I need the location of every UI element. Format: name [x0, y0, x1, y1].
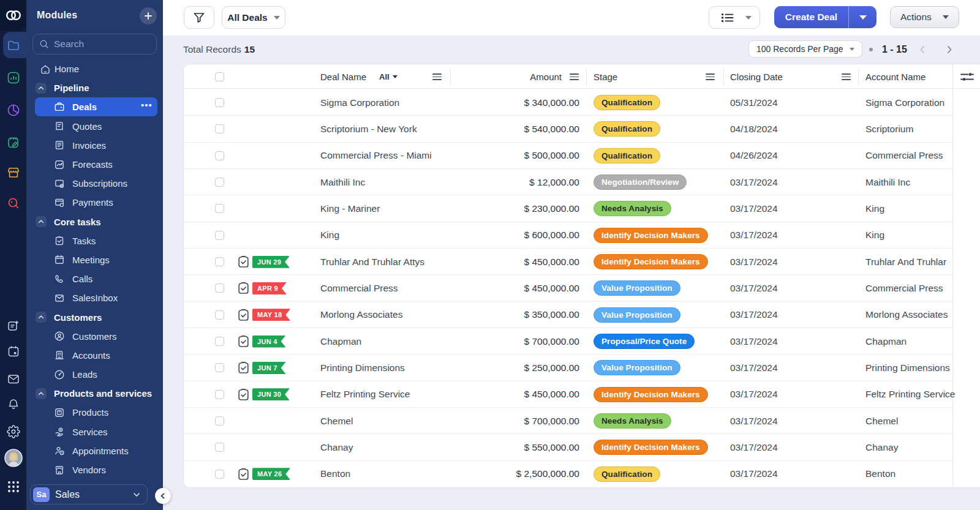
sidebar-collapse-button[interactable]	[155, 488, 171, 504]
next-page-button[interactable]	[944, 45, 954, 54]
account-name-cell[interactable]: Commercial Press	[865, 143, 943, 169]
row-checkbox[interactable]	[215, 204, 224, 213]
rail-item-settings[interactable]	[0, 425, 26, 438]
sidebar-item-pipeline[interactable]: Pipeline	[26, 78, 163, 97]
row-checkbox[interactable]	[215, 443, 224, 452]
deal-name-cell[interactable]: Feltz Printing Service	[320, 381, 410, 408]
rail-item-marketplace[interactable]	[0, 165, 26, 180]
rail-item-calendar[interactable]	[0, 345, 26, 358]
sidebar-item-home[interactable]: Home	[26, 59, 163, 78]
table-row[interactable]: Chanay$ 550,000.00Identify Decision Make…	[184, 434, 980, 460]
column-menu-stage[interactable]	[706, 73, 715, 80]
sidebar-item-deals[interactable]: Deals•••	[26, 97, 163, 116]
account-name-cell[interactable]: Scriptorium	[865, 116, 913, 142]
sidebar-item-calls[interactable]: Calls	[26, 269, 163, 288]
row-checkbox[interactable]	[215, 283, 224, 293]
account-name-cell[interactable]: Chanay	[865, 434, 898, 460]
row-checkbox[interactable]	[215, 231, 224, 240]
table-row[interactable]: MAY 18Morlong Associates$ 350,000.00Valu…	[184, 302, 980, 328]
deal-name-cell[interactable]: Commercial Press	[320, 275, 398, 301]
filter-button[interactable]	[184, 6, 214, 29]
create-deal-dropdown[interactable]	[849, 6, 876, 28]
row-checkbox[interactable]	[215, 257, 224, 266]
deal-name-cell[interactable]: King - Mariner	[320, 195, 380, 222]
column-menu-closing-date[interactable]	[842, 73, 851, 80]
column-header-amount[interactable]: Amount	[429, 64, 562, 89]
deal-name-filter-dropdown[interactable]: All	[379, 64, 398, 89]
table-row[interactable]: Scriptorium - New York$ 540,000.00Qualif…	[184, 116, 980, 142]
section-collapse-toggle[interactable]	[36, 388, 47, 399]
table-row[interactable]: MAY 26Benton$ 2,500,000.00Qualification0…	[184, 461, 980, 487]
sidebar-item-tasks[interactable]: Tasks	[26, 231, 163, 250]
column-header-account-name[interactable]: Account Name	[865, 64, 925, 89]
sidebar-item-quotes[interactable]: Quotes	[26, 117, 163, 136]
sidebar-search-input[interactable]: Search	[32, 34, 157, 54]
table-row[interactable]: APR 9Commercial Press$ 450,000.00Value P…	[184, 275, 980, 301]
row-checkbox[interactable]	[215, 337, 224, 346]
table-row[interactable]: Commercial Press - Miami$ 500,000.00Qual…	[184, 143, 980, 169]
rail-item-reports[interactable]	[0, 103, 26, 118]
table-row[interactable]: JUN 4Chapman$ 700,000.00Proposal/Price Q…	[184, 328, 980, 354]
sidebar-item-products-and-services[interactable]: Products and services	[26, 384, 163, 403]
actions-button[interactable]: Actions	[890, 6, 959, 28]
account-name-cell[interactable]: Sigma Corporation	[865, 89, 944, 116]
rail-item-modules[interactable]	[0, 39, 26, 52]
row-checkbox[interactable]	[215, 390, 224, 399]
rail-item-notifications[interactable]	[0, 397, 26, 411]
account-name-cell[interactable]: Commercial Press	[865, 275, 943, 301]
deal-name-cell[interactable]: King	[320, 222, 339, 249]
table-row[interactable]: King$ 600,000.00Identify Decision Makers…	[184, 222, 980, 249]
account-name-cell[interactable]: Morlong Associates	[865, 302, 948, 328]
account-name-cell[interactable]: Truhlar And Truhlar	[865, 249, 946, 275]
task-clipboard-icon[interactable]	[238, 328, 249, 354]
account-name-cell[interactable]: King	[865, 195, 884, 222]
row-checkbox[interactable]	[215, 98, 224, 107]
add-module-button[interactable]	[140, 7, 157, 24]
select-all-checkbox[interactable]	[215, 72, 224, 81]
row-checkbox[interactable]	[215, 151, 224, 160]
records-per-page-dropdown[interactable]: 100 Records Per Page	[748, 40, 862, 58]
task-clipboard-icon[interactable]	[238, 461, 249, 487]
section-collapse-toggle[interactable]	[36, 216, 47, 227]
sidebar-item-invoices[interactable]: Invoices	[26, 136, 163, 155]
sidebar-item-products[interactable]: Products	[26, 403, 163, 422]
deal-name-cell[interactable]: Maithili Inc	[320, 169, 365, 195]
deal-name-cell[interactable]: Benton	[320, 461, 350, 487]
sidebar-item-leads[interactable]: Leads	[26, 365, 163, 384]
sidebar-item-customers[interactable]: Customers	[26, 327, 163, 346]
account-name-cell[interactable]: Chapman	[865, 328, 907, 354]
section-collapse-toggle[interactable]	[36, 312, 47, 323]
create-deal-button[interactable]: Create Deal	[774, 6, 849, 28]
deal-name-cell[interactable]: Sigma Corporation	[320, 89, 399, 116]
task-clipboard-icon[interactable]	[238, 275, 249, 301]
account-name-cell[interactable]: Maithili Inc	[865, 169, 910, 195]
sidebar-item-vendors[interactable]: Vendors	[26, 460, 163, 479]
task-clipboard-icon[interactable]	[238, 249, 249, 275]
account-name-cell[interactable]: Benton	[865, 461, 895, 487]
task-clipboard-icon[interactable]	[238, 381, 249, 408]
deal-name-cell[interactable]: Truhlar And Truhlar Attys	[320, 249, 424, 275]
table-row[interactable]: Sigma Corporation$ 340,000.00Qualificati…	[184, 89, 980, 116]
account-name-cell[interactable]: King	[865, 222, 884, 249]
column-header-closing-date[interactable]: Closing Date	[730, 64, 783, 89]
column-header-stage[interactable]: Stage	[594, 64, 617, 89]
list-view-toggle[interactable]	[709, 6, 760, 29]
row-checkbox[interactable]	[215, 178, 224, 187]
table-row[interactable]: JUN 7Printing Dimensions$ 250,000.00Valu…	[184, 354, 980, 381]
row-checkbox[interactable]	[215, 363, 224, 372]
sidebar-item-subscriptions[interactable]: Subscriptions	[26, 174, 163, 193]
view-selector-dropdown[interactable]: All Deals	[222, 6, 285, 29]
sidebar-item-customers[interactable]: Customers	[26, 307, 163, 326]
section-collapse-toggle[interactable]	[36, 83, 47, 94]
sidebar-item-services[interactable]: Services	[26, 422, 163, 441]
column-menu-amount[interactable]	[570, 73, 579, 80]
crm-logo[interactable]	[0, 0, 26, 31]
sidebar-item-core-tasks[interactable]: Core tasks	[26, 212, 163, 231]
account-name-cell[interactable]: Chemel	[865, 408, 898, 434]
account-name-cell[interactable]: Feltz Printing Service	[865, 381, 955, 408]
table-row[interactable]: Maithili Inc$ 12,000.00Negotiation/Revie…	[184, 169, 980, 195]
deal-name-cell[interactable]: Commercial Press - Miami	[320, 143, 432, 169]
deal-name-cell[interactable]: Printing Dimensions	[320, 354, 405, 381]
rail-item-apps[interactable]	[0, 480, 26, 493]
table-row[interactable]: JUN 30Feltz Printing Service$ 450,000.00…	[184, 381, 980, 408]
